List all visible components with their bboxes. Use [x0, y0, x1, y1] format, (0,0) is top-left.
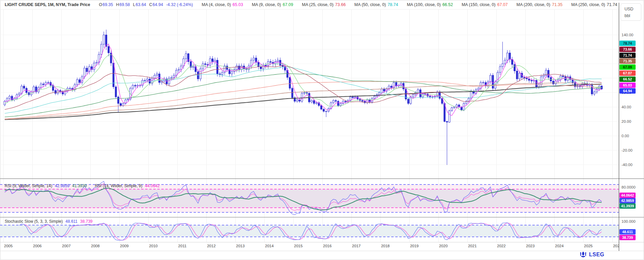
- year-label: 2022: [494, 244, 509, 248]
- high-value: H69.58: [116, 2, 130, 7]
- year-label: 2016: [320, 244, 335, 248]
- year-label: 2017: [349, 244, 364, 248]
- year-label: 2014: [262, 244, 277, 248]
- year-label: 2020: [436, 244, 451, 248]
- unit-quantity-label: bbl: [625, 12, 641, 19]
- ma-legend-item-200[interactable]: MA (200, close, 0)71.35: [516, 2, 562, 7]
- year-label: 2021: [465, 244, 480, 248]
- unit-currency-label: USD: [625, 6, 641, 12]
- rsi9-sma-value: 41.3939: [72, 184, 87, 188]
- low-value: L63.64: [133, 2, 146, 7]
- time-axis[interactable]: 2005200620072008200920102011201220132014…: [0, 242, 619, 251]
- lseg-logo-text: LSEG: [589, 252, 604, 258]
- rsi14-title[interactable]: RSI (14, Wilder, Simple, 9): [95, 184, 142, 188]
- year-label: 2023: [523, 244, 538, 248]
- lseg-crest-icon: [579, 251, 587, 258]
- stoch-d-value: 38.739: [80, 219, 93, 224]
- year-label: 2009: [117, 244, 132, 248]
- ma-legend-item-50[interactable]: MA (50, close, 0)78.74: [354, 2, 398, 7]
- chart-header: LIGHT CRUDE SEP5, 1M, NYM, Trade Price O…: [5, 2, 617, 7]
- year-label: 2010: [146, 244, 161, 248]
- year-label: 2006: [30, 244, 45, 248]
- stoch-pane-header: Stochastic Slow (5, 3, 3, Simple) 48.611…: [5, 219, 92, 224]
- year-label: 2011: [175, 244, 190, 248]
- net-change: -4.32 (-6.24%): [166, 2, 193, 7]
- year-label: 2005: [1, 244, 16, 248]
- axis-unit-box[interactable]: USD bbl: [620, 3, 641, 21]
- stoch-k-value: 48.611: [66, 219, 78, 224]
- instrument-title[interactable]: LIGHT CRUDE SEP5, 1M, NYM, Trade Price: [5, 2, 90, 7]
- year-label: 2007: [59, 244, 74, 248]
- ma-legend-item-4[interactable]: MA (4, close, 0)65.03: [202, 2, 243, 7]
- year-label: 2019: [407, 244, 422, 248]
- ma-legend-item-250[interactable]: MA (250, close, 0)71.74: [571, 2, 617, 7]
- ma-legend-item-100[interactable]: MA (100, close, 0)66.52: [407, 2, 453, 7]
- close-value: C64.94: [149, 2, 163, 7]
- year-label: 2018: [378, 244, 393, 248]
- rsi14-value: 44.0642: [145, 184, 160, 188]
- year-label: 2012: [204, 244, 219, 248]
- chart-canvas[interactable]: [0, 0, 644, 260]
- year-label: 2008: [88, 244, 103, 248]
- rsi9-value: 42.9859: [55, 184, 69, 188]
- open-value: O69.35: [99, 2, 113, 7]
- stoch-title[interactable]: Stochastic Slow (5, 3, 3, Simple): [5, 219, 63, 224]
- rsi-pane-header: RSI (9, Wilder, Simple, 14) 42.9859 41.3…: [5, 184, 160, 188]
- year-label: 2015: [291, 244, 306, 248]
- ma-legend-item-150[interactable]: MA (150, close, 0)67.07: [461, 2, 508, 7]
- lseg-logo: LSEG: [579, 251, 604, 258]
- ma-legend-item-9[interactable]: MA (9, close, 0)67.09: [252, 2, 293, 7]
- year-label: 2013: [233, 244, 248, 248]
- ma-legend-item-25[interactable]: MA (25, close, 0)73.66: [302, 2, 346, 7]
- ohlc-quote: O69.35 H69.58 L63.64 C64.94 -4.32 (-6.24…: [99, 2, 193, 7]
- year-label: 2024: [552, 244, 567, 248]
- year-label: 2025: [581, 244, 596, 248]
- rsi9-title[interactable]: RSI (9, Wilder, Simple, 14): [5, 184, 52, 188]
- charting-app-window: 140.0060.0040.0020.000.00-20.00-40.0080.…: [0, 0, 644, 260]
- year-label: 2026: [610, 244, 619, 248]
